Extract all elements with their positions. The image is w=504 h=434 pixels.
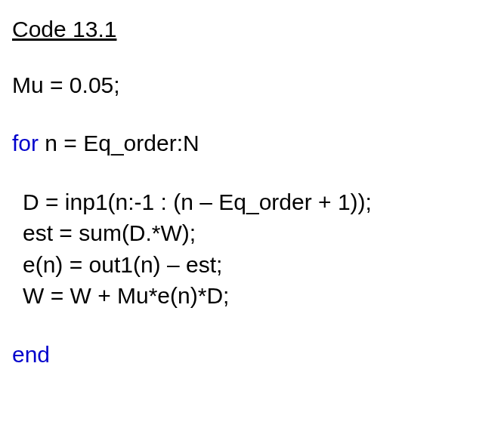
- code-line-1: Mu = 0.05;: [12, 71, 492, 100]
- code-line-for: for n = Eq_order:N: [12, 129, 492, 158]
- code-line-3: D = inp1(n:-1 : (n – Eq_order + 1));: [12, 188, 492, 217]
- blank-line: [12, 313, 492, 340]
- code-title: Code 13.1: [12, 15, 492, 44]
- keyword-for: for: [12, 131, 39, 155]
- code-line-5: e(n) = out1(n) – est;: [12, 251, 492, 279]
- blank-line: [12, 102, 492, 129]
- code-line-4: est = sum(D.*W);: [12, 219, 492, 248]
- blank-line: [12, 161, 492, 188]
- keyword-end: end: [12, 342, 50, 367]
- code-line-end: end: [12, 340, 492, 369]
- code-line-6: W = W + Mu*e(n)*D;: [12, 282, 492, 310]
- for-rest: n = Eq_order:N: [39, 131, 199, 155]
